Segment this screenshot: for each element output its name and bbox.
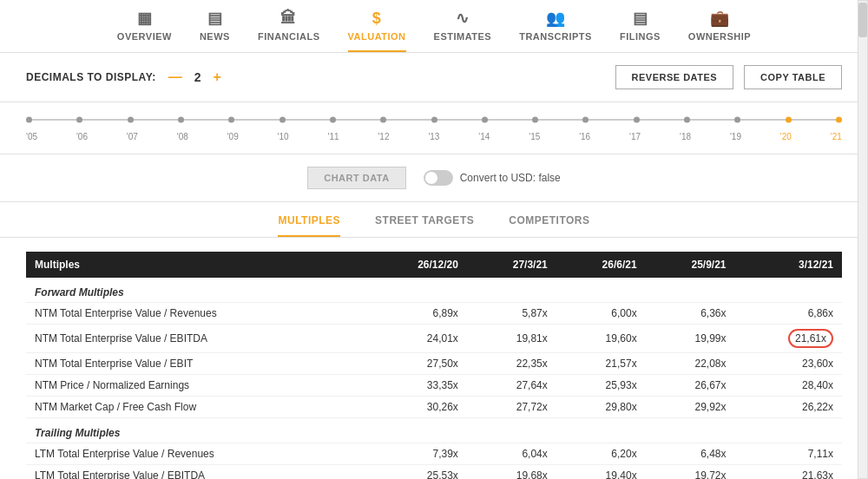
timeline-year-label: '16 bbox=[579, 132, 590, 141]
row-value: 24,01x bbox=[368, 325, 467, 353]
row-label: NTM Price / Normalized Earnings bbox=[26, 375, 368, 397]
timeline-section: '05'06'07'08'09'10'11'12'13'14'15'16'17'… bbox=[0, 102, 868, 154]
timeline-dot[interactable] bbox=[836, 117, 842, 123]
timeline-dot[interactable] bbox=[330, 117, 336, 123]
toggle-container: Convert to USD: false bbox=[424, 170, 561, 186]
row-value: 27,64x bbox=[467, 375, 556, 397]
timeline-labels: '05'06'07'08'09'10'11'12'13'14'15'16'17'… bbox=[26, 132, 842, 141]
table-section-header: Forward Multiples bbox=[26, 278, 842, 303]
timeline-dot[interactable] bbox=[178, 117, 184, 123]
reverse-dates-button[interactable]: REVERSE DATES bbox=[615, 65, 734, 89]
row-value: 6,89x bbox=[368, 303, 467, 325]
row-value: 27,50x bbox=[368, 353, 467, 375]
row-value: 6,86x bbox=[735, 303, 842, 325]
tabs-section: MULTIPLES STREET TARGETS COMPETITORS bbox=[0, 202, 868, 238]
timeline-year-label: '13 bbox=[428, 132, 439, 141]
nav-filings[interactable]: ▤ FILINGS bbox=[620, 9, 661, 52]
timeline-year-label: '21 bbox=[831, 132, 842, 141]
table-row: NTM Total Enterprise Value / EBIT27,50x2… bbox=[26, 353, 842, 375]
row-value: 19,81x bbox=[467, 325, 556, 353]
row-value: 30,26x bbox=[368, 397, 467, 418]
row-label: LTM Total Enterprise Value / Revenues bbox=[26, 443, 368, 465]
timeline-dot[interactable] bbox=[279, 117, 286, 123]
table-row: LTM Total Enterprise Value / EBITDA25,53… bbox=[26, 465, 842, 480]
chart-data-button[interactable]: CHART DATA bbox=[307, 167, 405, 189]
tab-multiples[interactable]: MULTIPLES bbox=[278, 214, 340, 237]
timeline-dot[interactable] bbox=[634, 117, 640, 123]
timeline-track[interactable] bbox=[26, 111, 842, 128]
decrement-decimals-button[interactable]: — bbox=[167, 69, 184, 85]
timeline-year-label: '14 bbox=[478, 132, 490, 141]
row-value: 28,40x bbox=[735, 375, 842, 397]
row-value: 7,11x bbox=[735, 443, 842, 465]
timeline-year-label: '20 bbox=[780, 132, 792, 141]
timeline-dot[interactable] bbox=[786, 117, 792, 123]
nav-overview[interactable]: ▦ OVERVIEW bbox=[117, 9, 172, 52]
table-container: Multiples26/12/2027/3/2126/6/2125/9/213/… bbox=[26, 252, 842, 479]
news-icon: ▤ bbox=[207, 9, 223, 28]
timeline-year-label: '06 bbox=[76, 132, 88, 141]
timeline-dot[interactable] bbox=[76, 117, 82, 123]
toggle-label: Convert to USD: false bbox=[460, 172, 561, 184]
timeline-dots bbox=[26, 117, 842, 123]
timeline-dot[interactable] bbox=[128, 117, 134, 123]
timeline-dot[interactable] bbox=[482, 117, 488, 123]
timeline-year-label: '07 bbox=[127, 132, 138, 141]
tab-competitors[interactable]: COMPETITORS bbox=[509, 214, 589, 237]
table-row: NTM Market Cap / Free Cash Flow30,26x27,… bbox=[26, 397, 842, 418]
table-row: NTM Price / Normalized Earnings33,35x27,… bbox=[26, 375, 842, 397]
nav-news[interactable]: ▤ NEWS bbox=[200, 9, 230, 52]
top-navigation: ▦ OVERVIEW ▤ NEWS 🏛 FINANCIALS $ VALUATI… bbox=[0, 0, 868, 53]
nav-valuation[interactable]: $ VALUATION bbox=[348, 10, 406, 52]
convert-usd-toggle[interactable] bbox=[424, 170, 453, 186]
highlighted-value: 21,61x bbox=[788, 329, 833, 348]
row-value: 19,99x bbox=[646, 325, 735, 353]
ownership-icon: 💼 bbox=[710, 9, 730, 28]
timeline-dot[interactable] bbox=[431, 117, 437, 123]
row-value: 25,93x bbox=[556, 375, 646, 397]
timeline-year-label: '17 bbox=[629, 132, 641, 141]
timeline-dot[interactable] bbox=[734, 117, 740, 123]
row-label: NTM Market Cap / Free Cash Flow bbox=[26, 397, 368, 418]
decimals-label: DECIMALS TO DISPLAY: bbox=[26, 71, 156, 83]
timeline-year-label: '12 bbox=[378, 132, 389, 141]
row-value: 26,22x bbox=[735, 397, 842, 418]
row-value: 19,68x bbox=[467, 465, 556, 480]
decimals-value: 2 bbox=[194, 70, 201, 84]
tab-street-targets[interactable]: STREET TARGETS bbox=[375, 214, 474, 237]
table-scrollbar[interactable] bbox=[858, 238, 868, 479]
row-value: 27,72x bbox=[467, 397, 556, 418]
row-value: 6,04x bbox=[467, 443, 556, 465]
nav-ownership[interactable]: 💼 OWNERSHIP bbox=[688, 9, 751, 52]
section-header-label: Forward Multiples bbox=[26, 278, 842, 303]
filings-icon: ▤ bbox=[633, 9, 648, 28]
nav-financials[interactable]: 🏛 FINANCIALS bbox=[258, 10, 320, 52]
nav-estimates[interactable]: ∿ ESTIMATES bbox=[434, 9, 492, 52]
row-value: 6,36x bbox=[646, 303, 735, 325]
valuation-icon: $ bbox=[372, 10, 382, 28]
row-value: 29,92x bbox=[646, 397, 735, 418]
timeline-dot[interactable] bbox=[228, 117, 234, 123]
table-inner: Multiples26/12/2027/3/2126/6/2125/9/213/… bbox=[26, 252, 842, 479]
timeline-year-label: '19 bbox=[730, 132, 741, 141]
timeline-dot[interactable] bbox=[582, 117, 589, 123]
row-value: 6,48x bbox=[646, 443, 735, 465]
row-value: 19,60x bbox=[556, 325, 646, 353]
table-section: Multiples26/12/2027/3/2126/6/2125/9/213/… bbox=[0, 238, 868, 479]
copy-table-button[interactable]: COPY TABLE bbox=[744, 65, 842, 89]
table-col-header-date: 26/6/21 bbox=[556, 252, 646, 278]
timeline-dot[interactable] bbox=[532, 117, 538, 123]
increment-decimals-button[interactable]: + bbox=[212, 69, 223, 85]
row-label: NTM Total Enterprise Value / Revenues bbox=[26, 303, 368, 325]
transcripts-icon: 👥 bbox=[546, 9, 566, 28]
timeline-dot[interactable] bbox=[684, 117, 690, 123]
timeline-dot[interactable] bbox=[26, 117, 32, 123]
timeline-dot[interactable] bbox=[380, 117, 386, 123]
row-value: 7,39x bbox=[368, 443, 467, 465]
nav-transcripts[interactable]: 👥 TRANSCRIPTS bbox=[519, 9, 592, 52]
toolbar: DECIMALS TO DISPLAY: — 2 + REVERSE DATES… bbox=[0, 53, 868, 102]
table-section-header: Trailing Multiples bbox=[26, 418, 842, 443]
row-label: NTM Total Enterprise Value / EBIT bbox=[26, 353, 368, 375]
timeline-year-label: '11 bbox=[328, 132, 339, 141]
table-row: NTM Total Enterprise Value / Revenues6,8… bbox=[26, 303, 842, 325]
